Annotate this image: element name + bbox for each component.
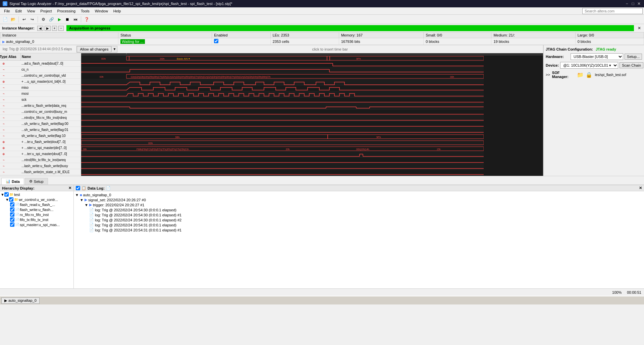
dl-trigger[interactable]: ▼ ▶ trigger: 2022/02/24 20:26:27 #1 xyxy=(75,202,643,207)
dl-log1-label: log: Trig @ 2022/02/24 20:54:30 (0:0:0.1… xyxy=(95,208,176,212)
menu-help[interactable]: Help xyxy=(111,8,124,14)
jtag-device-select[interactable]: @1: 10CL006(Y|Z)/10CL01 ▾ xyxy=(560,62,618,69)
click-insert-label[interactable]: click to insert time bar xyxy=(118,47,542,51)
open-button[interactable]: 📂 xyxy=(9,16,17,23)
im-nav-next[interactable]: ▶ xyxy=(45,26,51,31)
tree-item-flash-read[interactable]: 📄 flash_read:u_flash_... xyxy=(1,202,73,207)
search-input[interactable] xyxy=(582,8,643,14)
signal-name-1: cs_n xyxy=(21,68,81,71)
jtag-hardware-row: Hardware: USB-Blaster [USB-0] Setup... xyxy=(546,53,642,60)
setup-tab-icon: ⚙ xyxy=(29,179,33,184)
jtag-setup-button[interactable]: Setup... xyxy=(625,54,642,60)
tab-data[interactable]: 📊 Data xyxy=(1,178,24,185)
cb-test[interactable] xyxy=(4,192,9,197)
menu-view[interactable]: View xyxy=(24,8,38,14)
signal-area: Type Alias Name ⊕...ad:u_flash_read|dout… xyxy=(0,53,543,176)
svg-text:01h|02h|03h|04h|05h|06h|07h|00: 01h|02h|03h|04h|05h|06h|07h|00h|01h|02h|… xyxy=(131,76,271,78)
datalog-close[interactable]: ✕ xyxy=(639,186,642,190)
dl-log-1[interactable]: 📄 log: Trig @ 2022/02/24 20:54:30 (0:0:0… xyxy=(75,207,643,212)
tree-item-test[interactable]: ▼ 📁 test xyxy=(1,192,73,197)
cb-rx-fifo[interactable] xyxy=(10,212,14,217)
file-icon-rx-fifo: 📄 xyxy=(15,213,19,216)
signal-row-18: ~...flash_write|m_state_c.M_IDLE xyxy=(0,169,81,175)
menu-edit[interactable]: Edit xyxy=(13,8,24,14)
dl-instance[interactable]: ▼ ■ auto_signaltap_0 xyxy=(75,193,643,197)
menu-project[interactable]: Project xyxy=(38,8,54,14)
menu-window[interactable]: Window xyxy=(92,8,111,14)
undo-button[interactable]: ↩ xyxy=(20,16,28,23)
data-tab-icon: 📊 xyxy=(6,179,10,184)
close-button[interactable]: ✕ xyxy=(637,1,641,6)
settings-button[interactable]: ⚙ xyxy=(40,16,47,23)
instance-enabled-checkbox[interactable] xyxy=(214,39,218,43)
tree-label-rx-fifo: rx_fifo:rx_fifo_inst xyxy=(20,213,49,217)
cb-wr[interactable] xyxy=(9,197,13,202)
waveforms-svg[interactable]: 1 00h 9Fh 00h Basic AN ▾ xyxy=(81,55,484,176)
jtag-sof-row: >> SOF Manager: 📁 🔒 les/spi_flash_test.s… xyxy=(546,71,642,79)
datalog-panel: 📋 Data Log: 📄 ✕ ▼ ■ auto_signaltap_0 ▼ ▶… xyxy=(74,185,644,288)
im-close-button[interactable]: ✕ xyxy=(637,26,642,30)
tree-item-fifo-tx[interactable]: 📄 fifo_tx:fifo_tx_inst xyxy=(1,217,73,222)
waveform-area[interactable]: -128 -64 0 64 128 192 256 320 384 448 51… xyxy=(81,53,543,176)
signal-name-8: ...control:u_wr_control|busy_m xyxy=(21,110,81,114)
tree-item-rx-fifo[interactable]: 📄 rx_fifo:rx_fifo_inst xyxy=(1,212,73,217)
time-ruler-svg: -128 -64 0 64 128 192 256 320 384 448 51… xyxy=(81,53,484,55)
window-title: Signal Tap Logic Analyzer - F:/my_projec… xyxy=(9,2,232,6)
jtag-panel: JTAG Chain Configuration: JTAG ready Har… xyxy=(543,45,644,176)
dl-log-5[interactable]: 📄 log: Trig @ 2022/02/24 20:54:31 (0:0:0… xyxy=(75,227,643,232)
datalog-enable-checkbox[interactable] xyxy=(76,186,80,190)
svg-rect-77 xyxy=(81,122,484,128)
col-status: Status xyxy=(118,32,212,38)
dl-log-4[interactable]: 📄 log: Trig @ 2022/02/24 20:54:31 (0:0:0… xyxy=(75,222,643,227)
menu-processing[interactable]: Processing xyxy=(55,8,78,14)
dl-instance-icon: ■ xyxy=(80,193,82,197)
im-del[interactable]: − xyxy=(58,26,64,31)
menu-file[interactable]: File xyxy=(1,8,13,14)
cb-fifo-tx[interactable] xyxy=(10,217,14,222)
tree-item-wr-control[interactable]: ▼ 📁 wr_control:u_wr_contr... xyxy=(1,197,73,202)
hierarchy-panel: Hierarchy Display: ✕ ▼ 📁 test ▼ 📁 wr_con… xyxy=(0,185,74,288)
help-button[interactable]: ❓ xyxy=(83,16,90,23)
step-button[interactable]: ⏮ xyxy=(72,16,79,23)
signal-type-icon-12: ~ xyxy=(0,134,7,138)
sof-folder-icon[interactable]: 📁 xyxy=(577,72,584,78)
im-nav-prev[interactable]: ◀ xyxy=(37,26,43,31)
taskbar-item[interactable]: ▶ auto_signaltap_0 xyxy=(1,297,40,304)
maximize-button[interactable]: □ xyxy=(631,1,635,6)
svg-text:00h|10h|14h: 00h|10h|14h xyxy=(356,148,369,151)
instance-small: 0 blocks xyxy=(424,38,491,45)
allow-changes-dropdown[interactable]: ▼ xyxy=(111,47,117,52)
dl-signal-set-icon: ▶ xyxy=(85,198,87,202)
tree-item-spi-master[interactable]: 📄 spi_master:u_spi_mas... xyxy=(1,222,73,227)
run-button[interactable]: ▶ xyxy=(56,16,63,23)
minimize-button[interactable]: − xyxy=(625,1,629,6)
title-area: S Signal Tap Logic Analyzer - F:/my_proj… xyxy=(3,1,232,6)
signal-name-7: ...write:u_flash_write|data_req xyxy=(21,104,81,108)
menu-tools[interactable]: Tools xyxy=(78,8,92,14)
sof-lock-icon[interactable]: 🔒 xyxy=(586,72,592,78)
cb-flash-write[interactable] xyxy=(10,207,14,212)
chevron-test: ▼ xyxy=(1,193,4,197)
log-label: log: Trig @ 2022/02/26 13:44:44 (0:0:2.5… xyxy=(1,47,73,51)
allow-changes-button[interactable]: Allow all changes xyxy=(77,46,111,52)
window-controls[interactable]: − □ ✕ xyxy=(625,1,641,6)
datalog-title: Data Log: xyxy=(88,186,105,190)
col-instance: Instance xyxy=(0,32,118,38)
signal-type-icon-3: ⊕ xyxy=(0,80,7,83)
cb-flash-read[interactable] xyxy=(10,202,14,207)
dl-log-2[interactable]: 📄 log: Trig @ 2022/02/24 20:54:30 (0:0:0… xyxy=(75,212,643,217)
redo-button[interactable]: ↪ xyxy=(29,16,36,23)
link-button[interactable]: 🔗 xyxy=(48,16,55,23)
im-add[interactable]: + xyxy=(52,26,57,31)
tree-item-flash-write[interactable]: 📄 flash_write:u_flash... xyxy=(1,207,73,212)
scan-chain-button[interactable]: Scan Chain xyxy=(620,62,643,68)
stop-button[interactable]: ⏹ xyxy=(64,16,71,23)
signal-name-11: ...sh_write:u_flash_write|flag:01 xyxy=(21,128,81,132)
dl-log-3[interactable]: 📄 log: Trig @ 2022/02/24 20:54:30 (0:0:0… xyxy=(75,217,643,222)
hierarchy-close[interactable]: ✕ xyxy=(68,186,71,190)
tab-setup[interactable]: ⚙ Setup xyxy=(25,178,48,185)
cb-spi-master[interactable] xyxy=(10,222,14,227)
new-button[interactable]: 📄 xyxy=(1,16,9,23)
jtag-hardware-select[interactable]: USB-Blaster [USB-0] xyxy=(571,53,623,60)
dl-signal-set[interactable]: ▼ ▶ signal_set: 2022/02/24 20:26:27 #0 xyxy=(75,197,643,202)
